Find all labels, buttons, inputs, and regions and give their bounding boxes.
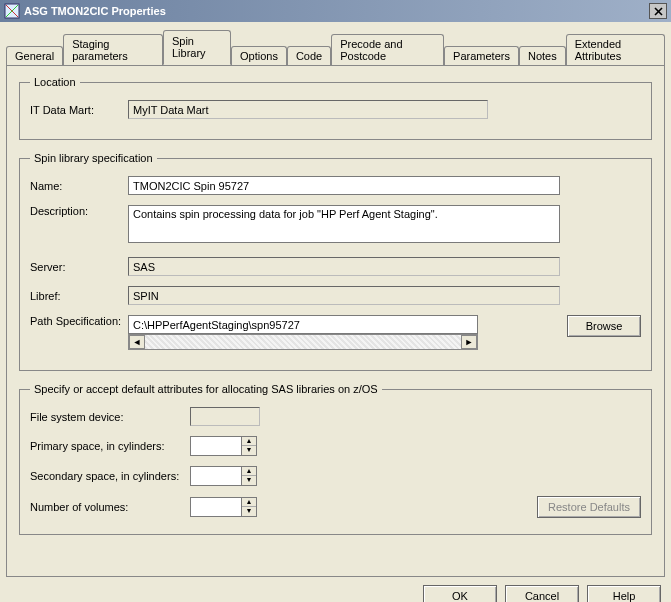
location-legend: Location (30, 76, 80, 88)
libref-field (128, 286, 560, 305)
description-label: Description: (30, 205, 128, 217)
secondary-space-field[interactable] (190, 466, 242, 486)
tab-spin-library[interactable]: Spin Library (163, 30, 231, 65)
name-label: Name: (30, 180, 128, 192)
libref-label: Libref: (30, 290, 128, 302)
path-spec-field[interactable] (128, 315, 478, 334)
tab-precode-postcode[interactable]: Precode and Postcode (331, 34, 444, 66)
primary-space-label: Primary space, in cylinders: (30, 440, 190, 452)
chevron-up-icon[interactable]: ▲ (242, 467, 256, 476)
chevron-down-icon[interactable]: ▼ (242, 446, 256, 455)
tab-notes[interactable]: Notes (519, 46, 566, 66)
zos-legend: Specify or accept default attributes for… (30, 383, 382, 395)
tab-options[interactable]: Options (231, 46, 287, 66)
scroll-right-icon[interactable]: ► (461, 335, 477, 349)
name-field[interactable] (128, 176, 560, 195)
number-volumes-label: Number of volumes: (30, 501, 190, 513)
ok-button[interactable]: OK (423, 585, 497, 602)
close-icon (654, 7, 663, 16)
chevron-up-icon[interactable]: ▲ (242, 498, 256, 507)
titlebar: ASG TMON2CIC Properties (0, 0, 671, 22)
it-data-mart-field (128, 100, 488, 119)
window-title: ASG TMON2CIC Properties (24, 5, 649, 17)
server-label: Server: (30, 261, 128, 273)
chevron-down-icon[interactable]: ▼ (242, 476, 256, 485)
tab-general[interactable]: General (6, 46, 63, 66)
tab-strip: General Staging parameters Spin Library … (6, 30, 665, 65)
chevron-up-icon[interactable]: ▲ (242, 437, 256, 446)
tab-panel-spin-library: Location IT Data Mart: Spin library spec… (6, 65, 665, 577)
secondary-space-label: Secondary space, in cylinders: (30, 470, 190, 482)
spin-library-spec-group: Spin library specification Name: Descrip… (19, 152, 652, 371)
dialog-button-bar: OK Cancel Help (0, 577, 671, 602)
file-system-device-field[interactable] (190, 407, 260, 426)
it-data-mart-label: IT Data Mart: (30, 104, 128, 116)
tab-parameters[interactable]: Parameters (444, 46, 519, 66)
primary-space-stepper[interactable]: ▲▼ (190, 436, 257, 456)
chevron-down-icon[interactable]: ▼ (242, 507, 256, 516)
scroll-left-icon[interactable]: ◄ (129, 335, 145, 349)
zos-attributes-group: Specify or accept default attributes for… (19, 383, 652, 535)
tab-code[interactable]: Code (287, 46, 331, 66)
spin-spec-legend: Spin library specification (30, 152, 157, 164)
restore-defaults-button: Restore Defaults (537, 496, 641, 518)
number-volumes-stepper[interactable]: ▲▼ (190, 497, 257, 517)
browse-button[interactable]: Browse (567, 315, 641, 337)
app-icon (4, 3, 20, 19)
file-system-device-label: File system device: (30, 411, 190, 423)
path-spec-scrollbar[interactable]: ◄ ► (128, 334, 478, 350)
help-button[interactable]: Help (587, 585, 661, 602)
cancel-button[interactable]: Cancel (505, 585, 579, 602)
primary-space-field[interactable] (190, 436, 242, 456)
path-spec-label: Path Specification: (30, 315, 128, 327)
tab-staging-parameters[interactable]: Staging parameters (63, 34, 163, 66)
number-volumes-field[interactable] (190, 497, 242, 517)
secondary-space-stepper[interactable]: ▲▼ (190, 466, 257, 486)
tab-extended-attributes[interactable]: Extended Attributes (566, 34, 665, 66)
close-button[interactable] (649, 3, 667, 19)
server-field (128, 257, 560, 276)
description-field[interactable]: Contains spin processing data for job "H… (128, 205, 560, 243)
location-group: Location IT Data Mart: (19, 76, 652, 140)
